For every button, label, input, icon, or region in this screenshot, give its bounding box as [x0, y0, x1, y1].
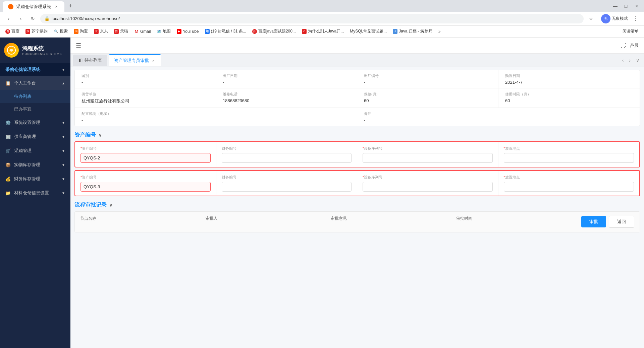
- warranty-label: 保修(月): [364, 92, 491, 97]
- asset-1-assetno-input[interactable]: [80, 153, 211, 163]
- maximize-btn[interactable]: □: [621, 1, 631, 11]
- sidebar-item-material[interactable]: 📁 材料仓储信息设置 ▼: [0, 186, 70, 200]
- page-tab-bar: ◧ 待办列表 资产管理专员审批 × ‹ › ∨: [70, 54, 644, 67]
- process-section-header[interactable]: 流程审批记录 ∨: [74, 199, 640, 211]
- asset-section-header[interactable]: 资产编号 ∨: [74, 129, 640, 141]
- process-section: 流程审批记录 ∨ 节点名称 审批人 审批意见 审批时间 审批 返回: [74, 199, 640, 232]
- approve-button[interactable]: 审批: [581, 216, 606, 227]
- more-options-btn[interactable]: ⋮: [631, 14, 640, 23]
- field-factory-date: 出厂日期 -: [216, 70, 357, 88]
- sidebar-item-supplier[interactable]: 🏢 供应商管理 ▼: [0, 130, 70, 144]
- bookmarks-bar: 百 百度 苏 苏宁易购 🔍 搜索 淘 淘宝 京 京东 猫 天猫 M Gmail …: [0, 25, 644, 38]
- address-input[interactable]: 🔒 localhost:10200/hccwp-warehouse/: [40, 14, 584, 23]
- back-button[interactable]: 返回: [609, 216, 634, 228]
- asset-2-financeno-label: 财务编号: [222, 175, 352, 180]
- bookmark-star[interactable]: ☆: [586, 14, 596, 23]
- asset-row-2-inner: *资产编号 财务编号 *设备序列号: [75, 171, 639, 196]
- asset-2-assetno-input[interactable]: [80, 182, 211, 192]
- bookmark-gmail[interactable]: M Gmail: [131, 28, 153, 35]
- bookmark-jd[interactable]: 京 京东: [91, 27, 111, 36]
- col-time: 审批时间: [451, 212, 576, 232]
- tab-nav-arrows: ‹ › ∨: [620, 57, 641, 64]
- tab-nav-next[interactable]: ›: [627, 57, 633, 64]
- bookmark-youtube[interactable]: ▶ YouTube: [174, 28, 201, 35]
- tab-nav-more[interactable]: ∨: [634, 57, 641, 64]
- field-supplier: 供货单位 杭州耀江旅行社有限公司: [75, 88, 216, 108]
- supplier-chevron-icon: ▼: [62, 135, 65, 139]
- fullscreen-icon[interactable]: ⛶: [621, 43, 626, 49]
- asset-1-location-label: *放置地点: [504, 146, 634, 151]
- bookmark-baidu-java[interactable]: 百 百度java面试题200...: [250, 27, 299, 36]
- profile-btn[interactable]: 无: [601, 14, 610, 23]
- bookmark-why-java[interactable]: C 为什么别人Java开...: [299, 27, 346, 36]
- logo-area: 鸿程系统 HONGCHENG SISTEMS: [0, 38, 70, 63]
- system-chevron-icon: ▼: [62, 121, 65, 125]
- close-btn[interactable]: ×: [632, 1, 641, 11]
- bookmark-mysql[interactable]: MySQL常见面试题...: [347, 27, 389, 36]
- tab-todo-label: 待办列表: [85, 57, 102, 63]
- system-title-text: 采购仓储管理系统: [5, 67, 40, 73]
- asset-1-location-input[interactable]: [504, 153, 634, 163]
- bookmark-zhihu[interactable]: 知 (19 封私信 / 31 条...: [202, 27, 249, 36]
- factory-date-label: 出厂日期: [223, 73, 350, 78]
- sidebar-item-system[interactable]: ⚙️ 系统设置管理 ▼: [0, 116, 70, 130]
- col-node-name: 节点名称: [75, 212, 200, 232]
- process-section-title: 流程审批记录: [74, 202, 107, 209]
- asset-2-location-input[interactable]: [504, 182, 634, 192]
- asset-row-1-inner: *资产编号 财务编号 *设备序列号: [75, 142, 639, 167]
- bookmark-tianmao[interactable]: 猫 天猫: [111, 27, 131, 36]
- procurement-label: 采购管理: [14, 148, 32, 154]
- address-text: localhost:10200/hccwp-warehouse/: [52, 16, 120, 21]
- active-tab[interactable]: 采购仓储管理系统 ×: [3, 1, 64, 12]
- system-icon: ⚙️: [5, 120, 11, 125]
- back-nav-btn[interactable]: ‹: [4, 14, 13, 23]
- bookmark-search[interactable]: 🔍 搜索: [51, 27, 70, 36]
- physical-chevron-icon: ▼: [62, 163, 65, 167]
- tab-todo-list[interactable]: ◧ 待办列表: [73, 55, 107, 66]
- asset-2-assetno-label: *资产编号: [80, 175, 211, 180]
- workbench-icon: 📋: [5, 81, 11, 86]
- minimize-btn[interactable]: —: [610, 1, 620, 11]
- asset-2-financeno-input[interactable]: [222, 182, 352, 192]
- reload-btn[interactable]: ↻: [28, 14, 38, 23]
- bookmarks-more[interactable]: »: [436, 28, 443, 35]
- asset-1-financeno-input[interactable]: [222, 153, 352, 163]
- tab-close-icon[interactable]: ×: [151, 58, 156, 63]
- sidebar-item-physical[interactable]: 📦 实物库存管理 ▼: [0, 158, 70, 172]
- tab-favicon: [8, 4, 13, 9]
- field-config: 配置说明（电脑） -: [75, 108, 357, 126]
- sidebar-item-procurement[interactable]: 🛒 采购管理 ▼: [0, 144, 70, 158]
- material-icon: 📁: [5, 191, 11, 196]
- new-tab-btn[interactable]: +: [66, 1, 75, 11]
- sidebar-item-done[interactable]: 已办事宜: [0, 103, 70, 116]
- process-section-chevron: ∨: [109, 203, 112, 208]
- config-value: -: [82, 118, 350, 123]
- reading-list-btn[interactable]: 阅读清单: [620, 27, 641, 36]
- asset-2-serialno-input[interactable]: [363, 182, 493, 192]
- asset-field-1-financeno: 财务编号: [216, 142, 358, 167]
- sidebar-item-workbench[interactable]: 📋 个人工作台 ▲: [0, 76, 70, 90]
- sidebar-item-todo[interactable]: 待办列表: [0, 90, 70, 103]
- material-label: 材料仓储信息设置: [14, 190, 49, 196]
- tab-asset-review[interactable]: 资产管理专员审批 ×: [109, 54, 161, 66]
- use-limit-label: 使用时限（月）: [505, 92, 633, 97]
- country-value: -: [82, 80, 209, 85]
- bookmark-java-doc[interactable]: J Java 归档 - 筑梦师: [390, 27, 435, 36]
- field-use-limit: 使用时限（月） 60: [498, 88, 640, 108]
- sidebar-item-finance[interactable]: 💰 财务库存管理 ▼: [0, 172, 70, 186]
- browser-chrome: 采购仓储管理系统 × + — □ × ‹ › ↻ 🔒 localhost:102…: [0, 0, 644, 38]
- bookmark-maps[interactable]: 🗺️ 地图: [154, 27, 173, 36]
- tab-close-btn[interactable]: ×: [54, 4, 59, 9]
- workbench-label: 个人工作台: [14, 80, 36, 86]
- hamburger-icon[interactable]: ☰: [76, 42, 81, 49]
- asset-1-serialno-input[interactable]: [363, 153, 493, 163]
- app-container: 鸿程系统 HONGCHENG SISTEMS 采购仓储管理系统 ▼ 📋 个人工作…: [0, 38, 644, 348]
- system-title[interactable]: 采购仓储管理系统 ▼: [0, 63, 70, 76]
- tab-nav-prev[interactable]: ‹: [620, 57, 626, 64]
- bookmark-taobao[interactable]: 淘 淘宝: [71, 27, 91, 36]
- asset-1-assetno-label: *资产编号: [80, 146, 211, 151]
- forward-nav-btn[interactable]: ›: [16, 14, 25, 23]
- bookmark-suning[interactable]: 苏 苏宁易购: [23, 27, 50, 36]
- system-label: 系统设置管理: [14, 120, 40, 126]
- bookmark-baidu[interactable]: 百 百度: [3, 27, 22, 36]
